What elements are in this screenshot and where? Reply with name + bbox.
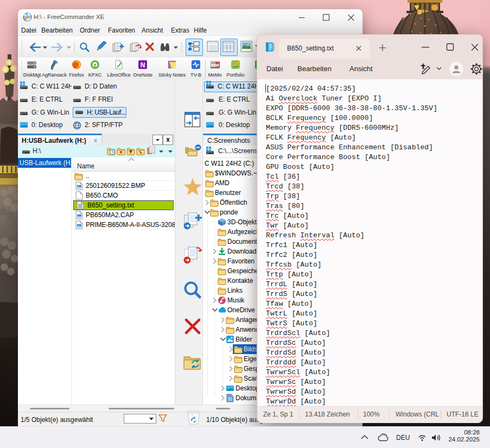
svg-text:N: N: [141, 61, 145, 69]
svg-text:MM: MM: [211, 62, 219, 68]
